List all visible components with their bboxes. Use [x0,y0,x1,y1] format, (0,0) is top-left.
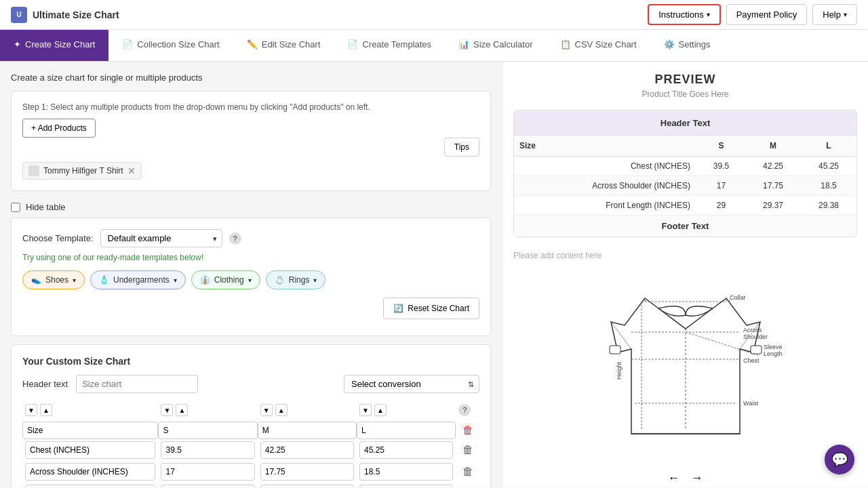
col-header-size[interactable] [22,422,158,439]
preview-footer-row: Footer Text [514,216,856,237]
svg-rect-3 [610,346,620,354]
tab-icon: 📄 [347,39,358,49]
cell-length-s[interactable] [161,485,254,487]
col-controls-size: ▼ ▲ [25,404,155,416]
svg-rect-4 [751,346,762,354]
delete-row-button[interactable]: 🗑 [460,422,476,439]
tab-size-calculator[interactable]: 📊 Size Calculator [445,30,546,61]
svg-text:Collar: Collar [730,294,746,301]
preview-title: PREVIEW [513,73,857,87]
chevron-down-icon: ▾ [73,277,76,284]
delete-row-button[interactable]: 🗑 [460,441,476,459]
preview-length-m: 29.37 [745,196,801,216]
col-header-s[interactable] [158,422,257,439]
cell-shoulder-l[interactable] [359,463,453,481]
preview-label-chest: Chest (INCHES) [514,157,697,176]
cell-shoulder-m[interactable] [260,463,354,481]
col-controls-m: ▼ ▲ [260,404,354,416]
table-header-row: 🗑 [22,422,479,439]
tab-settings[interactable]: ⚙️ Settings [650,30,724,61]
next-arrow-button[interactable]: → [691,471,703,485]
cell-length-l[interactable] [359,485,453,487]
chart-editor-card: Your Custom Size Chart Header text Selec… [11,344,491,487]
product-name: Tommy Hilfiger T Shirt [43,166,123,176]
reset-icon: 🔄 [393,304,403,313]
conversion-select-wrap: Select conversion ⇅ [344,375,479,393]
preview-label-length: Front Length (INCHES) [514,196,697,216]
preview-column-headers: Size S M L [514,136,856,157]
right-panel: ⚙ PREVIEW Product Title Goes Here Header… [502,62,868,487]
category-pill-undergarments[interactable]: 🧴 Undergarments ▾ [90,270,186,289]
col-down-button[interactable]: ▼ [161,404,173,416]
tab-collection-size-chart[interactable]: 📄 Collection Size Chart [108,30,233,61]
col-up-button[interactable]: ▲ [275,404,288,416]
cell-shoulder-s[interactable] [161,463,254,481]
cell-chest-l[interactable] [359,441,453,459]
app-branding: U Ultimate Size Chart [11,7,119,23]
help-button[interactable]: Help ▾ [812,4,857,25]
tab-bar: ✦ Create Size Chart 📄 Collection Size Ch… [0,30,868,62]
template-help-icon[interactable]: ? [229,232,241,245]
col-header-m[interactable] [258,422,357,439]
cell-chest-m[interactable] [260,441,354,459]
preview-row-shoulder: Across Shoulder (INCHES) 17 17.75 18.5 [514,176,856,196]
tab-csv-size-chart[interactable]: 📋 CSV Size Chart [547,30,650,61]
conversion-select[interactable]: Select conversion [344,375,479,393]
tab-create-size-chart[interactable]: ✦ Create Size Chart [0,30,108,61]
row-label-shoulder[interactable] [25,463,155,481]
col-down-button[interactable]: ▼ [359,404,372,416]
table-row: 🗑 [22,483,479,487]
app-icon: U [11,7,27,23]
instructions-button[interactable]: Instructions ▾ [648,4,720,25]
col-up-button[interactable]: ▲ [176,404,188,416]
col-down-button[interactable]: ▼ [260,404,273,416]
cell-chest-s[interactable] [161,441,254,459]
category-pill-rings[interactable]: 💍 Rings ▾ [266,270,326,289]
svg-text:Shoulder: Shoulder [743,333,768,340]
shirt-diagram: Collar Across Shoulder Chest Sleeve Leng… [513,271,857,463]
svg-text:Across: Across [743,327,762,333]
row-label-chest[interactable] [25,441,155,459]
chart-title: Your Custom Size Chart [22,356,479,367]
product-thumbnail [28,165,39,176]
preview-row-length: Front Length (INCHES) 29 29.37 29.38 [514,196,856,216]
header-text-input[interactable] [76,375,198,393]
delete-row-button[interactable]: 🗑 [460,463,476,481]
tips-button[interactable]: Tips [444,138,479,157]
delete-row-button[interactable]: 🗑 [460,485,476,487]
col-controls-s: ▼ ▲ [161,404,254,416]
preview-product-title: Product Title Goes Here [513,89,857,99]
preview-table: Header Text Size S M L Chest (INCHES) 39… [513,110,857,237]
preview-footer-text: Footer Text [514,216,856,237]
app-title: Ultimate Size Chart [33,9,119,20]
col-up-button[interactable]: ▲ [40,404,52,416]
prev-arrow-button[interactable]: ← [668,471,680,485]
add-products-button[interactable]: + Add Products [22,119,96,138]
hide-table-checkbox[interactable] [11,203,20,212]
template-select[interactable]: Default example [100,229,222,247]
tab-create-templates[interactable]: 📄 Create Templates [334,30,445,61]
chat-bubble-button[interactable]: 💬 [825,445,854,474]
chevron-down-icon: ▾ [248,277,252,284]
preview-length-l: 29.38 [801,196,856,216]
left-panel: Create a size chart for single or multip… [0,62,502,487]
table-help-icon[interactable]: ? [458,404,471,416]
row-label-length[interactable] [25,485,155,487]
tab-edit-size-chart[interactable]: ✏️ Edit Size Chart [233,30,334,61]
preview-col-size: Size [514,136,697,157]
undergarments-icon: 🧴 [99,275,109,285]
product-tag: Tommy Hilfiger T Shirt ✕ [22,162,142,180]
cell-length-m[interactable] [260,485,354,487]
preview-size-table: Header Text Size S M L Chest (INCHES) 39… [514,110,856,237]
col-up-button[interactable]: ▲ [374,404,387,416]
category-pill-shoes[interactable]: 👟 Shoes ▾ [22,270,85,289]
remove-product-button[interactable]: ✕ [127,165,136,176]
payment-policy-button[interactable]: Payment Policy [726,4,808,25]
preview-label-shoulder: Across Shoulder (INCHES) [514,176,697,196]
navigation-arrows: ← → [513,471,857,485]
col-header-l[interactable] [357,422,456,439]
col-down-button[interactable]: ▼ [25,404,37,416]
category-pill-clothing[interactable]: 👔 Clothing ▾ [191,270,260,289]
svg-text:Sleeve: Sleeve [764,344,783,350]
reset-size-chart-button[interactable]: 🔄 Reset Size Chart [383,298,479,319]
